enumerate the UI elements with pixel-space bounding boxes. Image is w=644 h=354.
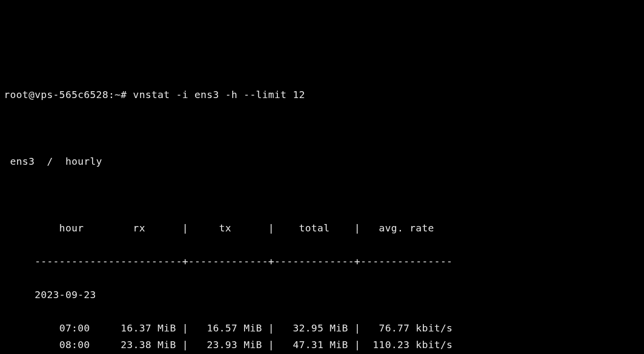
- rate-cell: 110.23 kbit/s: [373, 339, 453, 351]
- tx-cell: 23.93 MiB: [207, 339, 262, 351]
- separator-line: ------------------------+-------------+-…: [4, 253, 640, 270]
- columns-header: hour rx | tx | total | avg. rate: [4, 220, 640, 236]
- table-row: 08:00 23.38 MiB | 23.93 MiB | 47.31 MiB …: [4, 336, 640, 353]
- rate-cell: 76.77 kbit/s: [379, 322, 453, 334]
- terminal-output: root@vps-565c6528:~# vnstat -i ens3 -h -…: [4, 70, 640, 354]
- blank-line: [4, 120, 640, 136]
- data-rows: 07:00 16.37 MiB | 16.57 MiB | 32.95 MiB …: [4, 320, 640, 354]
- table-row: 07:00 16.37 MiB | 16.57 MiB | 32.95 MiB …: [4, 320, 640, 336]
- command-prompt-line[interactable]: root@vps-565c6528:~# vnstat -i ens3 -h -…: [4, 86, 640, 103]
- hour-cell: 08:00: [59, 339, 90, 351]
- blank-line: [4, 186, 640, 203]
- total-cell: 47.31 MiB: [293, 339, 348, 351]
- total-cell: 32.95 MiB: [293, 322, 348, 334]
- tx-cell: 16.57 MiB: [207, 322, 262, 334]
- rx-cell: 23.38 MiB: [121, 339, 176, 351]
- date-line: 2023-09-23: [4, 286, 640, 303]
- rx-cell: 16.37 MiB: [121, 322, 176, 334]
- interface-header: ens3 / hourly: [4, 153, 640, 170]
- hour-cell: 07:00: [59, 322, 90, 334]
